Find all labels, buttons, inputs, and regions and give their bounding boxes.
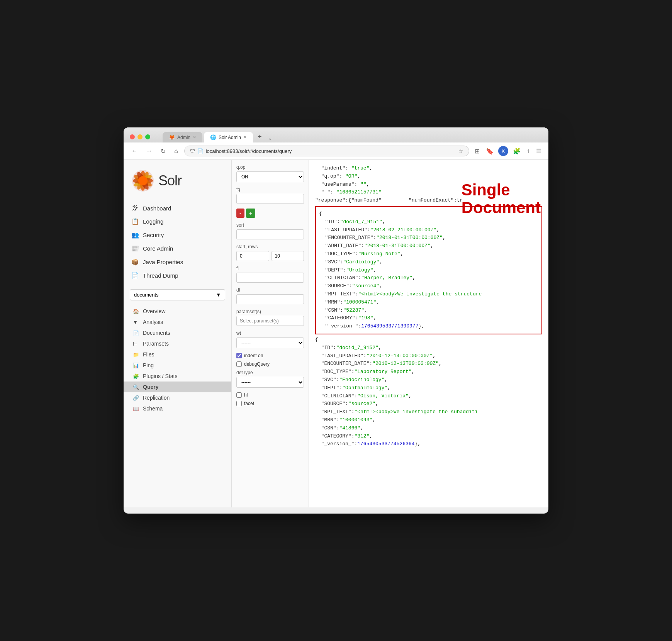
sub-nav-schema[interactable]: 📖 Schema — [124, 403, 231, 414]
sidebar-item-security[interactable]: 👥 Security — [124, 228, 231, 242]
doc1-csn: "CSN":"52287", — [319, 307, 538, 315]
thread-dump-icon: 📄 — [131, 272, 139, 279]
sidebar-item-dashboard[interactable]: 🌫 Dashboard — [124, 202, 231, 215]
tab-solr[interactable]: 🌐 Solr Admin ✕ — [204, 132, 253, 142]
svg-point-7 — [138, 176, 148, 185]
tab-solr-icon: 🌐 — [210, 134, 216, 140]
solr-logo-text: Solr — [158, 173, 182, 189]
maximize-button[interactable] — [145, 134, 150, 139]
sidebar-item-thread-dump[interactable]: 📄 Thread Dump — [124, 269, 231, 282]
sub-nav: 🏠 Overview ▼ Analysis 📄 Documents ⊢ Para… — [124, 304, 231, 415]
sub-nav-overview[interactable]: 🏠 Overview — [124, 306, 231, 317]
java-properties-icon: 📦 — [131, 258, 139, 266]
doc1-category: "CATEGORY":"198", — [319, 314, 538, 322]
sort-input[interactable] — [236, 229, 304, 239]
debug-checkbox[interactable] — [236, 361, 242, 367]
browser-window: 🦊 Admin ✕ 🌐 Solr Admin ✕ + ⌄ ← → ↻ ⌂ 🛡 📄… — [124, 127, 548, 514]
refresh-button[interactable]: ↻ — [158, 146, 168, 156]
fl-label: fl — [236, 266, 304, 271]
facet-checkbox[interactable] — [236, 401, 242, 406]
analysis-icon: ▼ — [133, 319, 140, 325]
sub-nav-label-replication: Replication — [143, 395, 170, 401]
ping-icon: 📊 — [133, 363, 140, 368]
paramsets-input[interactable] — [236, 316, 304, 326]
doc2-svc: "SVC":"Endocrinology", — [315, 376, 542, 384]
sidebar-item-java-properties[interactable]: 📦 Java Properties — [124, 255, 231, 269]
home-button[interactable]: ⌂ — [172, 146, 180, 156]
sub-nav-label-schema: Schema — [143, 405, 163, 412]
back-button[interactable]: ← — [129, 146, 140, 156]
facet-label: facet — [244, 401, 254, 406]
doc1-doc-type: "DOC_TYPE":"Nursing Note", — [319, 250, 538, 258]
doc1-mrn: "MRN":"100005471", — [319, 298, 538, 307]
sub-nav-label-paramsets: Paramsets — [143, 341, 169, 347]
sidebar-item-core-admin[interactable]: 📰 Core Admin — [124, 242, 231, 255]
doc1-id: "ID":"docid_7_9151", — [319, 218, 538, 226]
bookmark-icon[interactable]: ☆ — [458, 148, 463, 154]
sidebar: Solr 🌫 Dashboard 📋 Logging 👥 Security 📰 — [124, 160, 232, 507]
wt-select[interactable]: ------ json xml — [236, 337, 304, 348]
more-tabs-icon[interactable]: ⌄ — [266, 134, 274, 142]
share-icon[interactable]: ↑ — [525, 146, 531, 156]
address-text: localhost:8983/solr/#/documents/query — [206, 148, 456, 154]
doc2-encounter-date: "ENCOUNTER_DATE":"2010-12-13T00:00:00Z", — [315, 360, 542, 368]
sub-nav-query[interactable]: 🔍 Query — [124, 382, 231, 392]
wt-group: wt ------ json xml — [236, 331, 304, 348]
security-icon: 🛡 — [190, 148, 195, 154]
add-field-green[interactable]: + — [246, 209, 255, 218]
sub-nav-label-files: Files — [143, 351, 154, 358]
doc2-id: "ID":"docid_7_9152", — [315, 344, 542, 352]
start-input[interactable] — [236, 251, 269, 261]
replication-icon: 🔗 — [133, 395, 140, 401]
schema-icon: 📖 — [133, 406, 140, 412]
tab-admin[interactable]: 🦊 Admin ✕ — [163, 132, 202, 142]
doc2-rpt-text: "RPT_TEXT":"<html><body>We investigate t… — [315, 408, 542, 416]
sub-nav-plugins-stats[interactable]: 🧩 Plugins / Stats — [124, 371, 231, 382]
sidebar-label-logging: Logging — [143, 218, 163, 225]
df-input[interactable] — [236, 294, 304, 304]
sub-nav-ping[interactable]: 📊 Ping — [124, 360, 231, 371]
app-body: Solr 🌫 Dashboard 📋 Logging 👥 Security 📰 — [124, 160, 548, 507]
fq-input[interactable] — [236, 194, 304, 204]
documents-icon: 📄 — [133, 330, 140, 336]
new-tab-button[interactable]: + — [255, 131, 265, 142]
close-button[interactable] — [130, 134, 135, 139]
bookmark-mgr-icon[interactable]: 🔖 — [484, 146, 495, 156]
tab-admin-close[interactable]: ✕ — [193, 135, 196, 140]
fl-input[interactable] — [236, 273, 304, 283]
start-rows-inputs — [236, 251, 304, 261]
tab-solr-close[interactable]: ✕ — [243, 135, 247, 140]
sidebar-item-logging[interactable]: 📋 Logging — [124, 215, 231, 228]
address-bar[interactable]: 🛡 📄 localhost:8983/solr/#/documents/quer… — [184, 146, 469, 156]
doc2-version: "_version_":1765430533774526364}, — [315, 440, 542, 448]
fq-group: fq — [236, 187, 304, 204]
sidebar-label-core-admin: Core Admin — [143, 245, 173, 252]
sub-nav-analysis[interactable]: ▼ Analysis — [124, 317, 231, 327]
doc1-version: "_version_":1765439533771390977}, — [319, 322, 538, 331]
tabs-row: 🦊 Admin ✕ 🌐 Solr Admin ✕ + ⌄ — [163, 131, 274, 142]
sub-nav-paramsets[interactable]: ⊢ Paramsets — [124, 338, 231, 349]
solr-logo-svg — [131, 169, 154, 192]
minimize-button[interactable] — [137, 134, 143, 139]
sub-nav-replication[interactable]: 🔗 Replication — [124, 392, 231, 403]
qop-label: q.op — [236, 164, 304, 170]
qop-select[interactable]: OR AND — [236, 171, 304, 182]
indent-checkbox[interactable] — [236, 353, 242, 358]
k-avatar[interactable]: K — [498, 146, 508, 156]
grid-icon[interactable]: ⊞ — [473, 146, 481, 156]
add-field-buttons: - + — [236, 209, 304, 218]
core-selector[interactable]: documents ▼ — [130, 289, 225, 300]
forward-button[interactable]: → — [144, 146, 154, 156]
deftype-select[interactable]: ------ lucene dismax — [236, 377, 304, 388]
add-field-red[interactable]: - — [236, 209, 244, 218]
rows-input[interactable] — [272, 251, 304, 261]
facet-group: facet — [236, 401, 304, 406]
sub-nav-documents[interactable]: 📄 Documents — [124, 327, 231, 338]
sub-nav-files[interactable]: 📁 Files — [124, 349, 231, 360]
menu-icon[interactable]: ☰ — [535, 146, 543, 156]
deftype-label: defType — [236, 370, 304, 375]
doc2-category: "CATEGORY":"312", — [315, 432, 542, 441]
hl-checkbox[interactable] — [236, 392, 242, 398]
extensions-icon[interactable]: 🧩 — [511, 146, 522, 156]
qop-group: q.op OR AND — [236, 164, 304, 182]
